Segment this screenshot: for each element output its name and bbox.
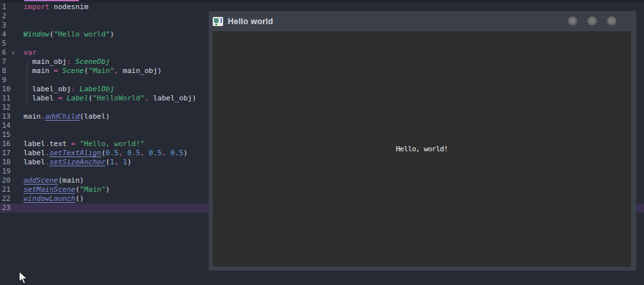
code-token: Window <box>23 30 50 38</box>
line-number[interactable]: 5 <box>0 39 23 48</box>
mouse-cursor-icon <box>18 271 29 285</box>
fold-arrow-icon[interactable]: ∨ <box>12 50 15 56</box>
code-token: 0.5 <box>127 149 140 157</box>
window-title: Hello world <box>228 17 273 26</box>
picture-icon-chip <box>215 23 217 25</box>
code-token: label <box>23 140 45 148</box>
code-tokens: import nodesnim <box>23 3 88 12</box>
hello-world-label: Hello, world! <box>396 145 448 153</box>
code-tokens: Window("Hello world") <box>23 30 114 39</box>
code-token: ( <box>88 94 93 102</box>
code-line[interactable]: 1import nodesnim <box>0 3 644 12</box>
line-number[interactable]: 19 <box>0 167 23 176</box>
code-token: ) <box>183 149 188 157</box>
line-number[interactable]: 20 <box>0 176 23 185</box>
code-token: 0.5 <box>106 149 119 157</box>
code-tokens: label_obj: LabelObj <box>23 85 114 94</box>
line-number[interactable]: 1 <box>0 3 23 12</box>
line-number[interactable]: 13 <box>0 112 23 121</box>
code-token: 1 <box>123 158 127 166</box>
code-tokens: addScene(main) <box>23 176 84 185</box>
line-number[interactable]: 12 <box>0 103 23 112</box>
code-token: main <box>23 67 54 75</box>
window-content: Hello, world! <box>213 31 631 267</box>
code-token: . <box>45 149 50 157</box>
window-control-button-2[interactable] <box>587 16 597 26</box>
code-token: ) <box>110 30 114 38</box>
code-token: addScene <box>23 176 58 185</box>
code-token: ) <box>106 112 110 121</box>
code-token: label <box>23 94 58 102</box>
code-tokens: label.setSizeAnchor(1, 1) <box>23 158 132 167</box>
code-token: main_obj <box>119 67 158 75</box>
code-token: ) <box>80 194 84 203</box>
code-token: = <box>58 94 63 102</box>
code-token: : <box>67 57 71 66</box>
line-number[interactable]: 15 <box>0 130 23 140</box>
line-number[interactable]: 23 <box>0 203 23 213</box>
line-number[interactable]: 18 <box>0 158 23 167</box>
line-number[interactable]: 8 <box>0 67 23 76</box>
line-number[interactable]: 10 <box>0 85 23 94</box>
line-number[interactable]: 14 <box>0 121 23 130</box>
code-token: windowLaunch <box>23 194 75 203</box>
code-token: = <box>71 140 76 148</box>
line-number[interactable]: 7 <box>0 57 23 67</box>
code-token: "HelloWorld" <box>93 94 144 102</box>
code-token: 0.5 <box>170 149 183 157</box>
code-token: setTextAlign <box>50 149 101 157</box>
line-number[interactable]: 9 <box>0 76 23 85</box>
code-token <box>58 67 63 75</box>
line-number[interactable]: 3 <box>0 21 23 30</box>
code-token: , <box>162 149 166 157</box>
code-token: ) <box>127 158 132 166</box>
line-number[interactable]: 4 <box>0 30 23 39</box>
code-tokens: label = Label("HelloWorld", label_obj) <box>23 94 196 103</box>
code-token: "Main" <box>80 185 106 194</box>
indent-guide <box>27 60 27 106</box>
code-token: 0.5 <box>149 149 162 157</box>
code-tokens: main = Scene("Main", main_obj) <box>23 67 162 76</box>
picture-icon <box>213 17 223 26</box>
code-token: , <box>114 158 119 166</box>
code-token: label_obj <box>23 85 71 93</box>
line-number[interactable]: 17 <box>0 149 23 158</box>
line-number[interactable]: 2 <box>0 12 23 21</box>
code-tokens: label.setTextAlign(0.5, 0.5, 0.5, 0.5) <box>23 149 188 158</box>
line-number[interactable]: 16 <box>0 140 23 149</box>
code-token: Label <box>67 94 88 102</box>
picture-icon-bar <box>221 18 222 23</box>
window-control-button-1[interactable] <box>568 16 577 26</box>
code-token: label <box>23 149 45 157</box>
code-token: setSizeAnchor <box>50 158 106 166</box>
code-token <box>123 149 127 157</box>
code-token: Scene <box>63 67 84 75</box>
app-window: Hello world Hello, world! <box>209 11 636 271</box>
code-tokens: main.addChild(label) <box>23 112 110 121</box>
code-token: ) <box>80 176 84 185</box>
line-number[interactable]: 11 <box>0 94 23 103</box>
code-tokens: label.text = "Hello, world!" <box>23 140 144 149</box>
code-token: addChild <box>45 112 80 121</box>
code-token: main <box>23 112 41 121</box>
code-tokens: var <box>23 48 37 57</box>
code-token: var <box>23 48 37 57</box>
window-control-button-3[interactable] <box>607 16 617 26</box>
code-token: label_obj <box>149 94 192 102</box>
code-token: = <box>54 67 58 75</box>
code-token: "Hello, world!" <box>80 140 144 148</box>
code-token: "Main" <box>88 67 114 75</box>
code-token: import <box>23 3 50 11</box>
line-number[interactable]: 6∨ <box>0 48 23 57</box>
code-token: main_obj <box>23 57 67 66</box>
line-number[interactable]: 21 <box>0 185 23 194</box>
code-token: ( <box>58 176 63 185</box>
line-number[interactable]: 22 <box>0 194 23 203</box>
window-titlebar[interactable]: Hello world <box>209 11 636 31</box>
code-token: main <box>63 176 80 185</box>
window-controls <box>568 16 617 26</box>
picture-icon-image <box>214 18 219 23</box>
code-token: ) <box>192 94 196 102</box>
code-token: . <box>45 158 50 166</box>
code-token: ( <box>101 149 106 157</box>
